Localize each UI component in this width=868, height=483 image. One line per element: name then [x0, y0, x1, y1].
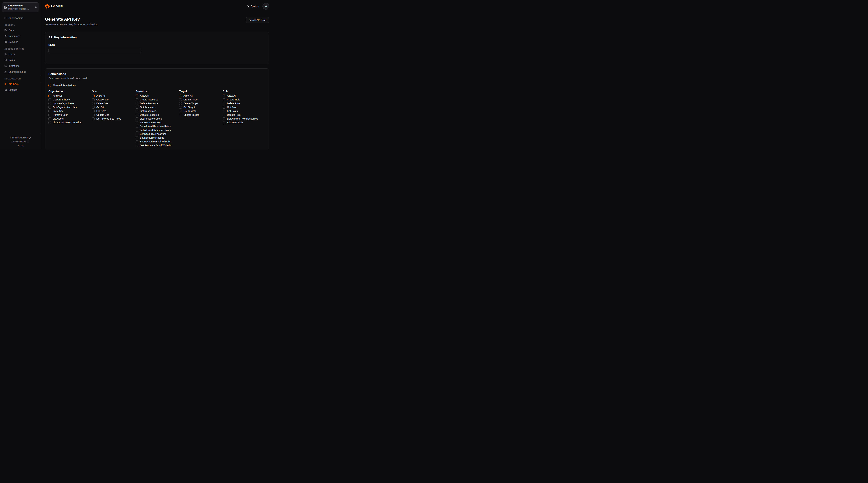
- api-key-name-input[interactable]: [49, 48, 141, 53]
- sites-icon: [4, 29, 7, 31]
- see-all-api-keys-button[interactable]: See All API Keys: [246, 17, 269, 23]
- checkbox-organization-invite-user[interactable]: [49, 110, 51, 112]
- permissions-subtitle: Determine what this API key can do: [49, 77, 266, 79]
- sidebar-item-roles[interactable]: Roles: [2, 58, 39, 62]
- checkbox-organization-update-organization[interactable]: [49, 102, 51, 105]
- checkbox-resource-list-resource-users[interactable]: [135, 118, 138, 120]
- permission-row-organization-invite-user: Invite User: [49, 110, 91, 112]
- checkbox-resource-set-resource-password[interactable]: [135, 133, 138, 135]
- checkbox-resource-allow-all[interactable]: [135, 95, 138, 97]
- permission-label: List Resource Users: [140, 117, 162, 120]
- permission-label: Create Role: [227, 98, 240, 101]
- checkbox-organization-list-organization-domains[interactable]: [49, 121, 51, 124]
- sidebar-item-api-keys[interactable]: API Keys: [2, 82, 39, 86]
- checkbox-role-get-role[interactable]: [223, 106, 225, 108]
- checkbox-resource-get-resource[interactable]: [135, 106, 138, 108]
- permission-label: Allow All: [96, 94, 105, 97]
- checkbox-site-create-site[interactable]: [92, 98, 95, 101]
- sidebar-item-users[interactable]: Users: [2, 53, 39, 56]
- checkbox-role-create-role[interactable]: [223, 98, 225, 101]
- permission-row-role-get-role: Get Role: [223, 106, 266, 109]
- permission-label: List Allowed Role Resources: [227, 117, 258, 120]
- checkbox-site-delete-site[interactable]: [92, 102, 95, 105]
- permission-row-site-delete-site: Delete Site: [92, 102, 135, 105]
- permission-row-resource-get-resource: Get Resource: [135, 106, 179, 109]
- community-edition-link[interactable]: Community Edition: [0, 136, 41, 139]
- permission-group-resource: ResourceAllow AllCreate ResourceDelete R…: [135, 90, 179, 148]
- permission-label: Update Organization: [53, 102, 75, 105]
- permission-row-target-allow-all: Allow All: [179, 94, 222, 97]
- permission-row-resource-set-resource-pincode: Set Resource Pincode: [135, 136, 179, 139]
- ticket-check-icon: [4, 65, 7, 67]
- sidebar-item-server-admin[interactable]: Server Admin: [2, 16, 39, 20]
- sidebar-item-label: Settings: [8, 89, 18, 91]
- permission-label: Delete Role: [227, 102, 240, 105]
- sidebar-section-general: GENERALSitesResourcesDomains: [2, 24, 39, 44]
- checkbox-target-list-targets[interactable]: [179, 110, 182, 112]
- checkbox-target-update-target[interactable]: [179, 114, 182, 116]
- users-icon: [4, 59, 7, 61]
- allow-all-permissions-checkbox[interactable]: [49, 84, 51, 87]
- checkbox-organization-get-organization[interactable]: [49, 98, 51, 101]
- checkbox-organization-allow-all[interactable]: [49, 95, 51, 97]
- avatar[interactable]: M: [262, 3, 269, 9]
- checkbox-resource-delete-resource[interactable]: [135, 102, 138, 105]
- checkbox-resource-get-resource-email-whitelist[interactable]: [135, 144, 138, 147]
- checkbox-role-list-roles[interactable]: [223, 110, 225, 112]
- sidebar-item-settings[interactable]: Settings: [2, 88, 39, 92]
- permissions-card: Permissions Determine what this API key …: [45, 68, 269, 149]
- sidebar-item-invitations[interactable]: Invitations: [2, 64, 39, 68]
- checkbox-organization-list-users[interactable]: [49, 118, 51, 120]
- permission-label: Get Site: [96, 106, 105, 109]
- checkbox-site-list-sites[interactable]: [92, 110, 95, 112]
- checkbox-organization-get-organization-user[interactable]: [49, 106, 51, 108]
- sidebar-item-domains[interactable]: Domains: [2, 40, 39, 44]
- sidebar-item-sites[interactable]: Sites: [2, 28, 39, 32]
- documentation-link[interactable]: Documentation: [0, 140, 41, 143]
- checkbox-target-get-target[interactable]: [179, 106, 182, 108]
- checkbox-resource-list-resources[interactable]: [135, 110, 138, 112]
- checkbox-role-list-allowed-role-resources[interactable]: [223, 118, 225, 120]
- sidebar-nav: Server Admin GENERALSitesResourcesDomain…: [2, 16, 39, 92]
- permission-row-role-list-roles: List Roles: [223, 110, 266, 112]
- org-selector-texts: Organization milo@fossorial.io's ...: [8, 4, 33, 10]
- permission-row-target-update-target: Update Target: [179, 114, 222, 117]
- permission-label: Set Resource Users: [140, 121, 162, 124]
- checkbox-role-update-role[interactable]: [223, 114, 225, 116]
- allow-all-permissions-row: Allow All Permissions: [49, 84, 266, 87]
- permission-row-resource-set-resource-users: Set Resource Users: [135, 121, 179, 124]
- permission-label: Update Resource: [140, 114, 159, 117]
- permission-label: Remove User: [53, 114, 68, 117]
- sidebar-scrollbar-thumb[interactable]: [41, 76, 41, 82]
- checkbox-resource-set-resource-users[interactable]: [135, 121, 138, 124]
- brand[interactable]: PANGOLIN: [45, 4, 65, 9]
- checkbox-role-add-user-role[interactable]: [223, 121, 225, 124]
- sidebar-item-resources[interactable]: Resources: [2, 34, 39, 38]
- checkbox-target-allow-all[interactable]: [179, 95, 182, 97]
- theme-toggle[interactable]: System: [247, 5, 259, 8]
- sidebar-item-shareable-links[interactable]: Shareable Links: [2, 70, 39, 73]
- checkbox-resource-set-allowed-resource-roles[interactable]: [135, 125, 138, 128]
- checkbox-role-allow-all[interactable]: [223, 95, 225, 97]
- permission-row-role-update-role: Update Role: [223, 114, 266, 117]
- checkbox-resource-set-resource-pincode[interactable]: [135, 136, 138, 139]
- checkbox-role-delete-role[interactable]: [223, 102, 225, 105]
- permission-label: Get Target: [184, 106, 195, 109]
- checkbox-organization-remove-user[interactable]: [49, 114, 51, 116]
- permission-label: Create Target: [184, 98, 198, 101]
- checkbox-resource-update-resource[interactable]: [135, 114, 138, 116]
- checkbox-resource-set-resource-email-whitelist[interactable]: [135, 140, 138, 143]
- checkbox-resource-list-allowed-resource-roles[interactable]: [135, 129, 138, 131]
- checkbox-target-delete-target[interactable]: [179, 102, 182, 105]
- checkbox-target-create-target[interactable]: [179, 98, 182, 101]
- checkbox-resource-create-resource[interactable]: [135, 98, 138, 101]
- org-selector[interactable]: Organization milo@fossorial.io's ...: [2, 2, 39, 12]
- permission-group-title: Organization: [49, 90, 91, 93]
- checkbox-site-allow-all[interactable]: [92, 95, 95, 97]
- permission-group-title: Resource: [135, 90, 179, 93]
- checkbox-site-get-site[interactable]: [92, 106, 95, 108]
- sidebar-sections: GENERALSitesResourcesDomainsACCESS CONTR…: [2, 24, 39, 92]
- checkbox-site-list-allowed-site-roles[interactable]: [92, 118, 95, 120]
- checkbox-site-update-site[interactable]: [92, 114, 95, 116]
- permission-row-organization-get-organization-user: Get Organization User: [49, 106, 91, 109]
